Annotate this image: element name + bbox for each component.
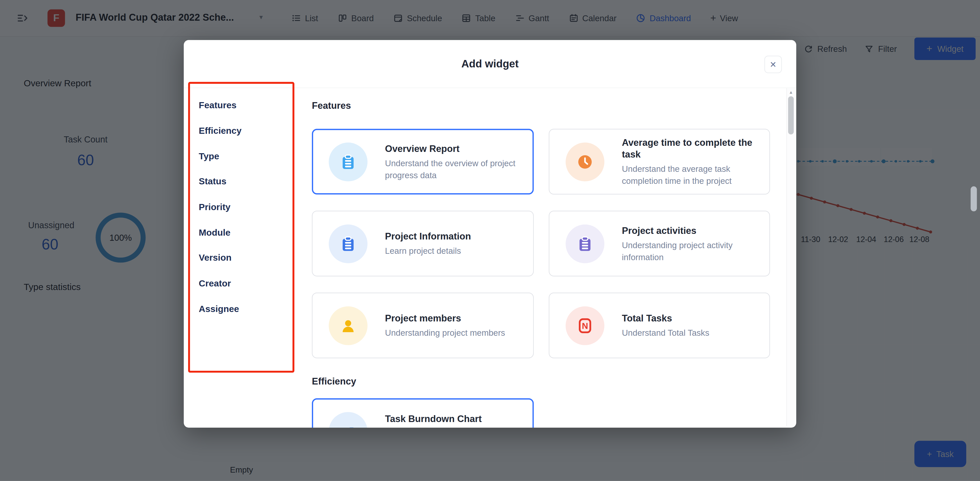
widget-card-project-activities[interactable]: Project activities Understanding project… <box>549 211 770 276</box>
features-card-grid: Overview Report Understand the overview … <box>312 129 770 358</box>
clipboard-icon <box>329 224 368 263</box>
svg-text:N: N <box>582 321 588 330</box>
card-description: Learn project details <box>385 245 519 257</box>
sidebar-item-status[interactable]: Status <box>194 169 294 194</box>
widget-card-overview-report[interactable]: Overview Report Understand the overview … <box>312 129 534 194</box>
widget-card-average-time[interactable]: Average time to complete the task Unders… <box>549 129 770 194</box>
sidebar-item-assignee[interactable]: Assignee <box>194 296 294 322</box>
card-title: Project activities <box>622 224 756 236</box>
card-description: Understanding project activity informati… <box>622 239 756 263</box>
sidebar-item-type[interactable]: Type <box>194 143 294 169</box>
sidebar-item-creator[interactable]: Creator <box>194 271 294 296</box>
person-icon <box>329 306 368 345</box>
clipboard-icon <box>329 142 368 181</box>
card-title: Project members <box>385 312 519 324</box>
card-description: Understand the average task completion t… <box>622 163 756 187</box>
clock-icon <box>566 142 605 181</box>
widget-category-sidebar: Features Efficiency Type Status Priority… <box>194 92 294 322</box>
widget-card-task-burndown-chart[interactable]: Task Burndown Chart <box>312 398 534 428</box>
page-scrollbar-thumb[interactable] <box>970 186 977 212</box>
sidebar-item-version[interactable]: Version <box>194 245 294 271</box>
sidebar-item-module[interactable]: Module <box>194 220 294 245</box>
sidebar-item-efficiency[interactable]: Efficiency <box>194 118 294 143</box>
modal-scrollbar-thumb[interactable] <box>788 96 794 134</box>
card-title: Overview Report <box>385 142 519 154</box>
clipboard-icon <box>566 224 605 263</box>
card-title: Average time to complete the task <box>622 136 756 160</box>
efficiency-card-grid: Task Burndown Chart <box>312 398 770 428</box>
section-heading-features: Features <box>312 100 351 111</box>
add-widget-modal: Add widget ✕ Features Efficiency Type St… <box>184 40 796 428</box>
sidebar-item-priority[interactable]: Priority <box>194 194 294 220</box>
trend-up-icon <box>329 412 368 428</box>
card-title: Total Tasks <box>622 312 756 324</box>
n-badge-icon: N <box>566 306 605 345</box>
card-title: Task Burndown Chart <box>385 413 519 425</box>
section-heading-efficiency: Efficiency <box>312 376 356 387</box>
widget-gallery: Features Overview Report Understand the … <box>312 40 793 428</box>
sidebar-item-features[interactable]: Features <box>194 92 294 118</box>
card-description: Understand the overview of project progr… <box>385 157 519 181</box>
screenshot-root: F FIFA World Cup Qatar 2022 Sche... ▾ Li… <box>0 0 980 481</box>
scroll-up-icon[interactable]: ▲ <box>787 90 795 94</box>
modal-scrollbar[interactable]: ▲ <box>786 88 795 426</box>
widget-card-total-tasks[interactable]: N Total Tasks Understand Total Tasks <box>549 293 770 358</box>
widget-card-project-information[interactable]: Project Information Learn project detail… <box>312 211 534 276</box>
widget-card-project-members[interactable]: Project members Understanding project me… <box>312 293 534 358</box>
card-title: Project Information <box>385 230 519 242</box>
card-description: Understanding project members <box>385 327 519 339</box>
card-description: Understand Total Tasks <box>622 327 756 339</box>
